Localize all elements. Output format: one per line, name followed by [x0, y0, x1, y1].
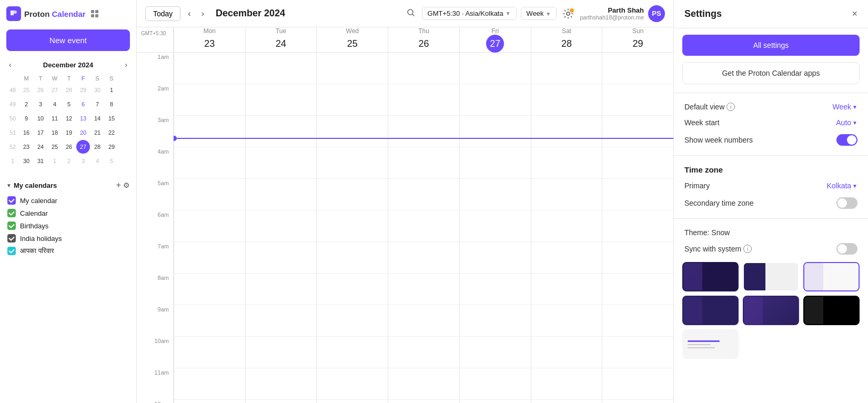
sync-system-toggle[interactable]	[836, 243, 857, 255]
next-week-button[interactable]: ›	[198, 7, 207, 21]
mini-cal-cell[interactable]: 31	[34, 154, 47, 168]
day-cell[interactable]	[531, 242, 602, 274]
mini-cal-cell[interactable]: 24	[34, 140, 47, 154]
day-cell[interactable]	[460, 179, 531, 210]
day-cell[interactable]	[246, 116, 317, 147]
day-cell[interactable]	[460, 337, 531, 368]
day-num-label[interactable]: 26	[415, 35, 432, 53]
day-cell[interactable]	[317, 84, 388, 116]
mini-cal-cell[interactable]: 28	[90, 140, 104, 154]
day-cell[interactable]	[602, 84, 673, 116]
calendar-checkbox[interactable]	[7, 209, 16, 217]
theme-light-button[interactable]	[803, 262, 860, 291]
day-num-label[interactable]: 25	[344, 35, 361, 53]
day-num-label[interactable]: 29	[629, 35, 647, 53]
day-cell[interactable]	[246, 53, 317, 84]
show-week-numbers-toggle[interactable]	[836, 134, 857, 146]
new-event-button[interactable]: New event	[6, 29, 130, 51]
mini-cal-cell[interactable]: 2	[19, 97, 33, 111]
day-cell[interactable]	[246, 274, 317, 305]
default-view-value[interactable]: Week ▼	[833, 103, 857, 111]
day-cell[interactable]	[602, 400, 673, 403]
day-cell[interactable]	[531, 179, 602, 210]
mini-cal-prev-button[interactable]: ‹	[6, 59, 14, 70]
day-cell[interactable]	[602, 147, 673, 179]
day-cell[interactable]	[460, 210, 531, 242]
all-settings-button[interactable]: All settings	[682, 35, 860, 56]
day-cell[interactable]	[317, 274, 388, 305]
mini-cal-cell[interactable]: 1	[105, 83, 118, 97]
mini-cal-cell[interactable]: 11	[48, 112, 62, 125]
mini-cal-cell[interactable]: 10	[34, 112, 47, 125]
add-calendar-button[interactable]: +	[116, 180, 121, 190]
day-cell[interactable]	[602, 274, 673, 305]
mini-cal-next-button[interactable]: ›	[122, 59, 130, 70]
secondary-timezone-toggle[interactable]	[836, 197, 857, 209]
day-cell[interactable]	[174, 179, 245, 210]
day-cell[interactable]	[388, 337, 459, 368]
mini-cal-cell[interactable]: 22	[105, 126, 118, 139]
day-cell[interactable]	[531, 147, 602, 179]
mini-cal-cell[interactable]: 19	[62, 126, 76, 139]
day-cell[interactable]	[246, 147, 317, 179]
calendar-list-item[interactable]: Calendar	[6, 207, 130, 219]
day-cell[interactable]	[388, 116, 459, 147]
calendar-list-item[interactable]: Birthdays	[6, 219, 130, 232]
mini-cal-cell[interactable]: 27	[48, 83, 62, 97]
calendar-list-item[interactable]: आपका परिवार	[6, 245, 130, 257]
day-cell[interactable]	[602, 179, 673, 210]
mini-cal-cell[interactable]: 4	[90, 154, 104, 168]
day-cell[interactable]	[174, 147, 245, 179]
day-cell[interactable]	[246, 84, 317, 116]
mini-cal-cell[interactable]: 23	[19, 140, 33, 154]
mini-cal-cell[interactable]: 16	[19, 126, 33, 139]
day-cell[interactable]	[531, 368, 602, 400]
day-cell[interactable]	[460, 274, 531, 305]
day-cell[interactable]	[602, 210, 673, 242]
day-cell[interactable]	[174, 400, 245, 403]
calendar-checkbox[interactable]	[7, 234, 16, 243]
mini-cal-cell[interactable]: 25	[19, 83, 33, 97]
mini-cal-cell[interactable]: 27	[76, 140, 90, 154]
day-num-label[interactable]: 23	[200, 35, 218, 53]
mini-cal-cell[interactable]: 17	[34, 126, 47, 139]
day-cell[interactable]	[602, 116, 673, 147]
day-cell[interactable]	[460, 242, 531, 274]
mini-cal-cell[interactable]: 4	[48, 97, 62, 111]
day-cell[interactable]	[174, 53, 245, 84]
day-cell[interactable]	[460, 53, 531, 84]
day-cell[interactable]	[531, 116, 602, 147]
day-cell[interactable]	[317, 305, 388, 337]
day-cell[interactable]	[317, 210, 388, 242]
mini-cal-cell[interactable]: 21	[90, 126, 104, 139]
day-cell[interactable]	[246, 305, 317, 337]
day-cell[interactable]	[317, 179, 388, 210]
day-cell[interactable]	[602, 242, 673, 274]
day-cell[interactable]	[460, 116, 531, 147]
mini-cal-cell[interactable]: 2	[62, 154, 76, 168]
day-cell[interactable]	[246, 210, 317, 242]
day-cell[interactable]	[388, 147, 459, 179]
day-cell[interactable]	[602, 337, 673, 368]
mini-cal-cell[interactable]: 5	[105, 154, 118, 168]
day-cell[interactable]	[388, 400, 459, 403]
today-button[interactable]: Today	[145, 6, 180, 21]
day-cell[interactable]	[531, 53, 602, 84]
timezone-selector[interactable]: GMT+5:30 · Asia/Kolkata ▼	[422, 7, 517, 20]
day-cell[interactable]	[246, 179, 317, 210]
mini-cal-cell[interactable]: 5	[62, 97, 76, 111]
day-cell[interactable]	[246, 400, 317, 403]
day-cell[interactable]	[531, 305, 602, 337]
mini-cal-cell[interactable]: 26	[62, 140, 76, 154]
search-button[interactable]	[404, 6, 418, 22]
my-calendars-header[interactable]: ▼ My calendars + ⚙	[6, 180, 130, 190]
day-cell[interactable]	[531, 274, 602, 305]
day-cell[interactable]	[246, 368, 317, 400]
get-apps-button[interactable]: Get the Proton Calendar apps	[682, 62, 860, 84]
calendar-list-item[interactable]: India holidays	[6, 232, 130, 245]
day-cell[interactable]	[388, 179, 459, 210]
day-cell[interactable]	[317, 400, 388, 403]
day-cell[interactable]	[388, 242, 459, 274]
day-num-label[interactable]: 27	[486, 35, 504, 53]
day-cell[interactable]	[174, 337, 245, 368]
